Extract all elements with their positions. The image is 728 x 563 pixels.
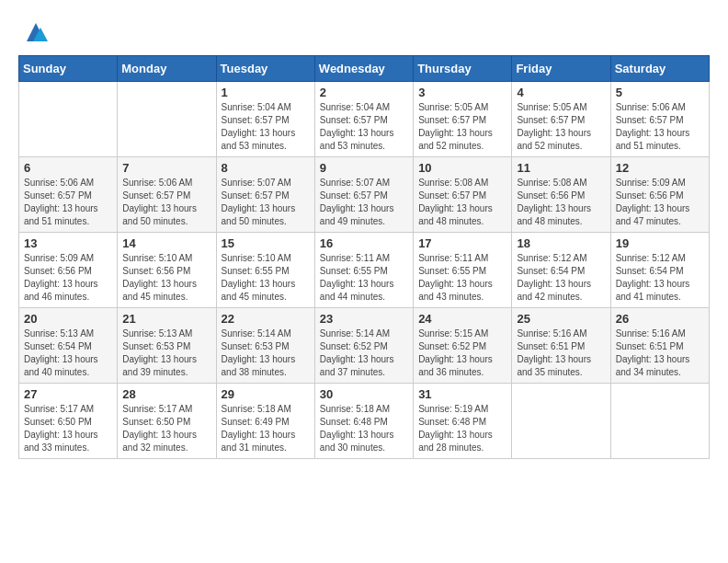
day-number: 6 bbox=[24, 161, 112, 175]
day-info: Sunrise: 5:08 AM Sunset: 6:57 PM Dayligh… bbox=[418, 177, 506, 228]
day-number: 29 bbox=[222, 387, 310, 401]
day-number: 13 bbox=[24, 236, 112, 250]
day-info: Sunrise: 5:12 AM Sunset: 6:54 PM Dayligh… bbox=[517, 252, 605, 304]
page-header bbox=[18, 18, 710, 46]
day-number: 5 bbox=[616, 86, 704, 99]
day-number: 2 bbox=[320, 86, 408, 99]
day-number: 15 bbox=[222, 236, 310, 250]
day-info: Sunrise: 5:12 AM Sunset: 6:54 PM Dayligh… bbox=[616, 252, 704, 304]
day-info: Sunrise: 5:07 AM Sunset: 6:57 PM Dayligh… bbox=[222, 177, 310, 228]
day-number: 26 bbox=[616, 312, 704, 326]
calendar-header-monday: Monday bbox=[118, 56, 216, 82]
day-number: 20 bbox=[24, 312, 112, 326]
calendar-cell: 30Sunrise: 5:18 AM Sunset: 6:48 PM Dayli… bbox=[314, 384, 413, 459]
day-info: Sunrise: 5:07 AM Sunset: 6:57 PM Dayligh… bbox=[320, 177, 408, 228]
calendar-header-saturday: Saturday bbox=[610, 56, 709, 82]
day-info: Sunrise: 5:13 AM Sunset: 6:54 PM Dayligh… bbox=[24, 327, 112, 379]
calendar-cell: 15Sunrise: 5:10 AM Sunset: 6:55 PM Dayli… bbox=[216, 233, 314, 308]
calendar-cell: 18Sunrise: 5:12 AM Sunset: 6:54 PM Dayli… bbox=[512, 233, 610, 308]
day-info: Sunrise: 5:18 AM Sunset: 6:48 PM Dayligh… bbox=[320, 403, 408, 454]
day-number: 11 bbox=[517, 161, 605, 175]
calendar-cell: 16Sunrise: 5:11 AM Sunset: 6:55 PM Dayli… bbox=[314, 233, 413, 308]
day-info: Sunrise: 5:10 AM Sunset: 6:56 PM Dayligh… bbox=[122, 252, 210, 304]
calendar-cell bbox=[512, 384, 610, 459]
day-info: Sunrise: 5:18 AM Sunset: 6:49 PM Dayligh… bbox=[222, 403, 310, 454]
calendar-header-thursday: Thursday bbox=[414, 56, 512, 82]
calendar-cell: 20Sunrise: 5:13 AM Sunset: 6:54 PM Dayli… bbox=[19, 308, 118, 384]
calendar-cell bbox=[610, 384, 709, 459]
day-info: Sunrise: 5:06 AM Sunset: 6:57 PM Dayligh… bbox=[616, 101, 704, 153]
day-info: Sunrise: 5:05 AM Sunset: 6:57 PM Dayligh… bbox=[418, 101, 506, 153]
calendar-cell: 9Sunrise: 5:07 AM Sunset: 6:57 PM Daylig… bbox=[314, 157, 413, 233]
logo-icon bbox=[22, 18, 50, 46]
day-number: 10 bbox=[418, 161, 506, 175]
day-number: 4 bbox=[517, 86, 605, 99]
day-info: Sunrise: 5:19 AM Sunset: 6:48 PM Dayligh… bbox=[418, 403, 506, 454]
calendar-cell: 23Sunrise: 5:14 AM Sunset: 6:52 PM Dayli… bbox=[314, 308, 413, 384]
calendar-cell: 27Sunrise: 5:17 AM Sunset: 6:50 PM Dayli… bbox=[19, 384, 118, 459]
day-info: Sunrise: 5:10 AM Sunset: 6:55 PM Dayligh… bbox=[222, 252, 310, 304]
logo bbox=[18, 18, 50, 46]
day-number: 9 bbox=[320, 161, 408, 175]
day-info: Sunrise: 5:16 AM Sunset: 6:51 PM Dayligh… bbox=[517, 327, 605, 379]
day-number: 24 bbox=[418, 312, 506, 326]
calendar-cell: 17Sunrise: 5:11 AM Sunset: 6:55 PM Dayli… bbox=[414, 233, 512, 308]
day-info: Sunrise: 5:14 AM Sunset: 6:53 PM Dayligh… bbox=[222, 327, 310, 379]
calendar-cell: 10Sunrise: 5:08 AM Sunset: 6:57 PM Dayli… bbox=[414, 157, 512, 233]
calendar-cell: 24Sunrise: 5:15 AM Sunset: 6:52 PM Dayli… bbox=[414, 308, 512, 384]
day-info: Sunrise: 5:06 AM Sunset: 6:57 PM Dayligh… bbox=[24, 177, 112, 228]
day-number: 14 bbox=[122, 236, 210, 250]
calendar-cell: 29Sunrise: 5:18 AM Sunset: 6:49 PM Dayli… bbox=[216, 384, 314, 459]
day-number: 28 bbox=[122, 387, 210, 401]
calendar-cell: 5Sunrise: 5:06 AM Sunset: 6:57 PM Daylig… bbox=[610, 82, 709, 157]
day-number: 30 bbox=[320, 387, 408, 401]
calendar-week-row: 27Sunrise: 5:17 AM Sunset: 6:50 PM Dayli… bbox=[19, 384, 710, 459]
day-number: 23 bbox=[320, 312, 408, 326]
calendar-cell bbox=[118, 82, 216, 157]
day-number: 21 bbox=[122, 312, 210, 326]
calendar-cell: 13Sunrise: 5:09 AM Sunset: 6:56 PM Dayli… bbox=[19, 233, 118, 308]
calendar-cell: 26Sunrise: 5:16 AM Sunset: 6:51 PM Dayli… bbox=[610, 308, 709, 384]
calendar-week-row: 13Sunrise: 5:09 AM Sunset: 6:56 PM Dayli… bbox=[19, 233, 710, 308]
calendar-cell: 2Sunrise: 5:04 AM Sunset: 6:57 PM Daylig… bbox=[314, 82, 413, 157]
calendar-header-row: SundayMondayTuesdayWednesdayThursdayFrid… bbox=[19, 56, 710, 82]
calendar-cell: 19Sunrise: 5:12 AM Sunset: 6:54 PM Dayli… bbox=[610, 233, 709, 308]
day-number: 27 bbox=[24, 387, 112, 401]
day-info: Sunrise: 5:17 AM Sunset: 6:50 PM Dayligh… bbox=[122, 403, 210, 454]
day-number: 3 bbox=[418, 86, 506, 99]
calendar-cell: 1Sunrise: 5:04 AM Sunset: 6:57 PM Daylig… bbox=[216, 82, 314, 157]
calendar-cell: 25Sunrise: 5:16 AM Sunset: 6:51 PM Dayli… bbox=[512, 308, 610, 384]
day-info: Sunrise: 5:04 AM Sunset: 6:57 PM Dayligh… bbox=[222, 101, 310, 153]
calendar-cell: 3Sunrise: 5:05 AM Sunset: 6:57 PM Daylig… bbox=[414, 82, 512, 157]
day-info: Sunrise: 5:09 AM Sunset: 6:56 PM Dayligh… bbox=[24, 252, 112, 304]
day-number: 16 bbox=[320, 236, 408, 250]
calendar-week-row: 20Sunrise: 5:13 AM Sunset: 6:54 PM Dayli… bbox=[19, 308, 710, 384]
day-number: 1 bbox=[222, 86, 310, 99]
calendar-cell: 21Sunrise: 5:13 AM Sunset: 6:53 PM Dayli… bbox=[118, 308, 216, 384]
calendar-header-wednesday: Wednesday bbox=[314, 56, 413, 82]
day-info: Sunrise: 5:14 AM Sunset: 6:52 PM Dayligh… bbox=[320, 327, 408, 379]
day-number: 18 bbox=[517, 236, 605, 250]
calendar-cell: 6Sunrise: 5:06 AM Sunset: 6:57 PM Daylig… bbox=[19, 157, 118, 233]
calendar-header-friday: Friday bbox=[512, 56, 610, 82]
calendar-cell: 31Sunrise: 5:19 AM Sunset: 6:48 PM Dayli… bbox=[414, 384, 512, 459]
day-info: Sunrise: 5:04 AM Sunset: 6:57 PM Dayligh… bbox=[320, 101, 408, 153]
calendar-cell: 4Sunrise: 5:05 AM Sunset: 6:57 PM Daylig… bbox=[512, 82, 610, 157]
calendar-cell: 8Sunrise: 5:07 AM Sunset: 6:57 PM Daylig… bbox=[216, 157, 314, 233]
day-number: 8 bbox=[222, 161, 310, 175]
day-info: Sunrise: 5:16 AM Sunset: 6:51 PM Dayligh… bbox=[616, 327, 704, 379]
day-number: 19 bbox=[616, 236, 704, 250]
calendar-week-row: 6Sunrise: 5:06 AM Sunset: 6:57 PM Daylig… bbox=[19, 157, 710, 233]
calendar-cell: 14Sunrise: 5:10 AM Sunset: 6:56 PM Dayli… bbox=[118, 233, 216, 308]
day-info: Sunrise: 5:11 AM Sunset: 6:55 PM Dayligh… bbox=[320, 252, 408, 304]
day-info: Sunrise: 5:08 AM Sunset: 6:56 PM Dayligh… bbox=[517, 177, 605, 228]
day-info: Sunrise: 5:05 AM Sunset: 6:57 PM Dayligh… bbox=[517, 101, 605, 153]
day-info: Sunrise: 5:11 AM Sunset: 6:55 PM Dayligh… bbox=[418, 252, 506, 304]
calendar-cell bbox=[19, 82, 118, 157]
calendar-header-sunday: Sunday bbox=[19, 56, 118, 82]
calendar-cell: 7Sunrise: 5:06 AM Sunset: 6:57 PM Daylig… bbox=[118, 157, 216, 233]
calendar-cell: 11Sunrise: 5:08 AM Sunset: 6:56 PM Dayli… bbox=[512, 157, 610, 233]
calendar-header-tuesday: Tuesday bbox=[216, 56, 314, 82]
day-number: 22 bbox=[222, 312, 310, 326]
day-info: Sunrise: 5:09 AM Sunset: 6:56 PM Dayligh… bbox=[616, 177, 704, 228]
